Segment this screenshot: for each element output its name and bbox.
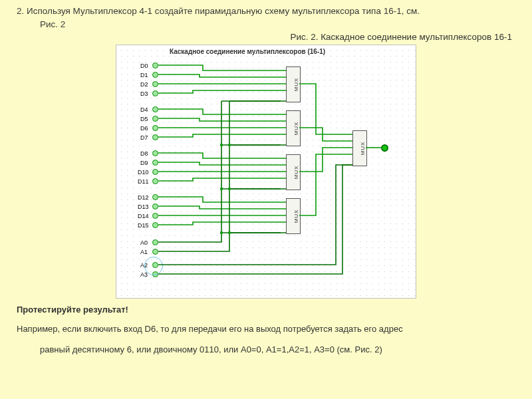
svg-point-5 [228,231,231,234]
svg-point-2 [220,231,223,234]
example-line2: равный десятичному 6, или двоичному 0110… [40,344,515,356]
example-text: Например, если включить вход D6, то для … [17,323,515,335]
svg-point-0 [220,144,223,146]
circuit-diagram: Каскадное соединение мультиплексоров (16… [116,45,416,299]
svg-point-1 [220,188,223,190]
figure-caption: Рис. 2. Каскадное соединение мультиплекс… [17,32,515,42]
diagram-container: Каскадное соединение мультиплексоров (16… [17,45,515,301]
task-text: 2. Используя Мультиплексор 4-1 создайте … [17,5,515,17]
wire-overlay [116,45,416,298]
task-line2: Рис. 2 [40,19,515,31]
svg-point-4 [228,188,231,190]
page: 2. Используя Мультиплексор 4-1 создайте … [0,0,532,356]
svg-point-3 [228,144,231,146]
example-line1: Например, если включить вход D6, то для … [17,324,403,334]
task-line1: Используя Мультиплексор 4-1 создайте пир… [27,6,420,16]
test-heading: Протестируйте результат! [17,305,515,315]
task-number: 2. [17,6,24,16]
